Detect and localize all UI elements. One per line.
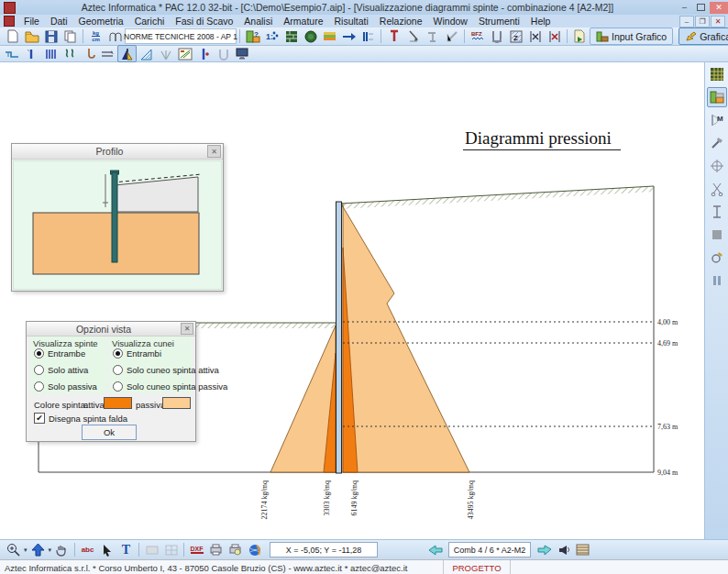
wall-layers-button[interactable] — [707, 87, 727, 107]
target-button[interactable] — [707, 156, 727, 176]
web-button[interactable] — [245, 541, 264, 558]
text-button[interactable]: T — [116, 541, 136, 558]
menu-item-relazione[interactable]: Relazione — [374, 16, 428, 27]
bar-dot-button[interactable] — [194, 45, 214, 62]
save-button[interactable] — [41, 28, 61, 45]
dxf-export-button[interactable]: DXF — [187, 541, 206, 558]
verify-x-red-button[interactable] — [545, 28, 564, 45]
moment-diagram-button[interactable]: M — [707, 110, 727, 130]
menu-item-file[interactable]: File — [18, 16, 45, 27]
radio-solo-passiva[interactable]: Solo passiva — [34, 381, 97, 392]
select-button[interactable] — [97, 541, 116, 558]
next-combination-button[interactable] — [535, 541, 554, 558]
settings-button[interactable] — [707, 248, 727, 268]
new-file-button[interactable] — [3, 28, 22, 45]
clamp-button[interactable] — [487, 28, 506, 45]
menu-item-analisi[interactable]: Analisi — [238, 16, 278, 27]
opzioni-close-button[interactable]: ✕ — [181, 323, 193, 335]
grafica-button[interactable]: Grafica — [678, 28, 728, 45]
profilo-close-button[interactable]: ✕ — [207, 145, 221, 158]
combination-select[interactable]: Comb 4 / 6 * A2-M2 — [448, 542, 531, 557]
material-bricks-button[interactable] — [281, 28, 301, 45]
radio-solo-attiva[interactable]: Solo attiva — [34, 365, 88, 375]
prev-combination-button[interactable] — [425, 541, 445, 558]
drawing-canvas[interactable]: 4,00 m 4,69 m 7,63 m 9,04 m 22174 kg/mq … — [0, 62, 704, 539]
menu-item-strumenti[interactable]: Strumenti — [473, 16, 525, 27]
anchor-hook-button[interactable] — [79, 45, 98, 62]
dimension-button[interactable] — [707, 202, 727, 222]
framed-view-button[interactable] — [175, 45, 194, 62]
wedge-view-button[interactable] — [137, 45, 156, 62]
close-button[interactable]: ✕ — [710, 2, 728, 14]
monitor-button[interactable] — [233, 45, 252, 62]
fill-button[interactable] — [707, 225, 727, 245]
menu-item-fasi-di-scavo[interactable]: Fasi di Scavo — [170, 16, 238, 27]
cut-button[interactable] — [707, 179, 727, 199]
anchors-button[interactable] — [423, 28, 442, 45]
pan-button[interactable] — [52, 541, 72, 558]
struts-button[interactable] — [442, 28, 461, 45]
radio-cuneo-passiva[interactable]: Solo cuneo spinta passiva — [113, 381, 227, 392]
mdi-minimize-button[interactable]: – — [679, 16, 694, 28]
spring-analysis-button[interactable]: BFZ — [468, 28, 487, 45]
tie-rods-button[interactable] — [60, 45, 79, 62]
profilo-title-bar[interactable]: Profilo ✕ — [12, 144, 223, 160]
grid-view-button[interactable] — [707, 64, 727, 84]
menu-item-geometria[interactable]: Geometria — [73, 16, 129, 27]
report-button[interactable] — [573, 541, 592, 558]
print-preview-button[interactable] — [226, 541, 245, 558]
profile-view-button[interactable] — [2, 45, 21, 62]
hatch-z-button[interactable]: Z — [506, 28, 525, 45]
load-arrow-button[interactable] — [339, 28, 358, 45]
units-button[interactable]: kgcm — [86, 28, 105, 45]
checkbox-disegna-falda[interactable]: ✔ Disegna spinta falda — [34, 413, 127, 424]
menu-item-window[interactable]: Window — [428, 16, 473, 27]
radio-entrambi[interactable]: Entrambi — [113, 348, 161, 359]
zoom-button[interactable] — [4, 541, 23, 558]
radio-cuneo-attiva[interactable]: Solo cuneo spinta attiva — [113, 365, 219, 375]
soil-layers-button[interactable] — [320, 28, 339, 45]
geometry-data-button[interactable]: ? — [243, 28, 262, 45]
displacement-button[interactable] — [156, 45, 175, 62]
open-file-button[interactable] — [22, 28, 41, 45]
input-grafico-button[interactable]: Input Grafico — [590, 28, 673, 45]
section-bars-button[interactable] — [40, 45, 60, 62]
wall-view-button[interactable] — [21, 45, 40, 62]
maximize-button[interactable] — [693, 2, 709, 14]
menu-item-carichi[interactable]: Carichi — [129, 16, 171, 27]
print-setup-button[interactable] — [206, 541, 226, 558]
copy-button[interactable] — [61, 28, 80, 45]
pile-section-button[interactable] — [384, 28, 403, 45]
scale-button[interactable]: 1: — [262, 28, 281, 45]
profilo-panel[interactable]: Profilo ✕ — [11, 143, 224, 292]
ok-button[interactable]: Ok — [82, 425, 137, 440]
radio-entrambe[interactable]: Entrambe — [34, 348, 85, 359]
mdi-close-button[interactable]: ✕ — [711, 16, 725, 28]
announce-button[interactable] — [554, 541, 573, 558]
pause-view-button[interactable] — [707, 270, 727, 291]
verify-x-button[interactable] — [525, 28, 545, 45]
material-circle-button[interactable] — [301, 28, 320, 45]
mdi-restore-button[interactable]: ❐ — [695, 16, 710, 28]
opzioni-vista-dialog[interactable]: Opzioni vista ✕ Visualizza spinte Visual… — [26, 321, 196, 442]
menu-item-dati[interactable]: Dati — [45, 16, 73, 27]
normative-button[interactable] — [105, 28, 125, 45]
font-button[interactable]: abc — [78, 541, 97, 558]
pressure-diagrams-button[interactable] — [117, 45, 137, 62]
opzioni-title-bar[interactable]: Opzioni vista ✕ — [27, 322, 195, 337]
norme-tecniche-select[interactable]: NORME TECNICHE 2008 - AP 1 — [125, 28, 237, 44]
menu-item-help[interactable]: Help — [525, 16, 557, 27]
extents-dropdown-icon[interactable]: ▾ — [49, 546, 52, 554]
passiva-color-swatch[interactable] — [162, 397, 191, 409]
zoom-extents-button[interactable] — [28, 541, 48, 558]
menu-item-risultati[interactable]: Risultati — [328, 16, 373, 27]
attiva-color-swatch[interactable] — [104, 397, 132, 409]
double-tie-button[interactable] — [98, 45, 117, 62]
pile-load-button[interactable] — [403, 28, 423, 45]
wall-section-button[interactable] — [358, 28, 378, 45]
clamp2-button[interactable] — [214, 45, 233, 62]
menu-item-armature[interactable]: Armature — [278, 16, 328, 27]
tools-button[interactable] — [707, 133, 727, 153]
zoom-dropdown-icon[interactable]: ▾ — [24, 546, 28, 554]
export-page-button[interactable] — [570, 28, 590, 45]
